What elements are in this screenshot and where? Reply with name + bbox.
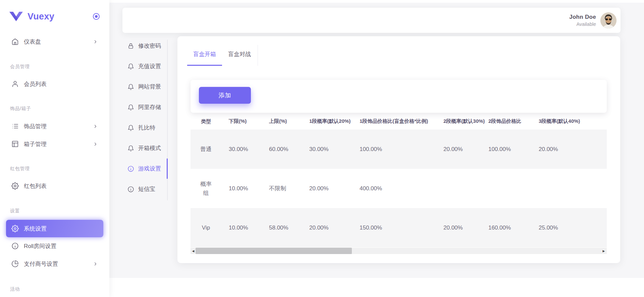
cell-type: 普通 (191, 145, 221, 154)
horizontal-scrollbar[interactable]: ◀ ▶ (191, 248, 607, 254)
info-icon (127, 186, 134, 193)
sidebar-section-settings: 设置 (10, 208, 20, 214)
column-header-stage1-price-ratio: 1段饰品价格比(盲盒价格*比例) (352, 118, 436, 125)
home-icon (11, 38, 19, 45)
column-header-lower-limit: 下限(%) (221, 118, 262, 125)
cell-lower-limit: 30.00% (221, 146, 262, 153)
avatar[interactable] (600, 12, 616, 29)
bell-icon (127, 125, 134, 131)
submenu-label: 短信宝 (138, 185, 155, 193)
cell-stage1-price-ratio: 400.00% (352, 185, 436, 192)
sidebar-pin-toggle-icon[interactable] (92, 12, 100, 20)
table-row: 普通 30.00% 60.00% 30.00% 100.00% 20.00% 1… (191, 130, 607, 169)
gear-icon (11, 225, 19, 232)
column-header-stage1-prob: 1段概率(默认20%) (302, 118, 352, 125)
sidebar-item-dashboard[interactable]: 仪表盘 (6, 33, 103, 50)
pie-chart-icon (11, 260, 19, 267)
submenu-label: 扎比特 (138, 124, 155, 132)
sidebar-section-items-boxes: 饰品/箱子 (10, 106, 31, 111)
sidebar-item-system-settings[interactable]: 系统设置 (6, 220, 103, 237)
submenu-label: 修改密码 (138, 42, 161, 50)
submenu-label: 游戏设置 (138, 165, 161, 172)
submenu-label: 网站背景 (138, 83, 161, 91)
user-icon (11, 80, 19, 88)
gear-icon (11, 182, 19, 190)
sidebar-item-payment-merchant-settings[interactable]: 支付商号设置 (6, 255, 103, 273)
column-header-stage3-prob: 3段概率(默认40%) (531, 118, 607, 125)
cell-lower-limit: 10.00% (221, 225, 262, 231)
cell-stage2-prob: 20.00% (436, 146, 481, 153)
cell-stage1-price-ratio: 100.00% (352, 146, 436, 153)
lock-icon (127, 43, 134, 49)
sidebar-section-red-packet: 红包管理 (10, 166, 30, 171)
scrollbar-thumb[interactable] (196, 248, 352, 254)
sidebar-item-roll-room-settings[interactable]: Roll房间设置 (6, 237, 103, 255)
sidebar-item-label: 箱子管理 (24, 140, 47, 148)
sidebar-item-red-packet-list[interactable]: 红包列表 (6, 177, 103, 195)
avatar-image (600, 12, 616, 29)
chevron-right-icon (93, 142, 98, 147)
column-header-upper-limit: 上限(%) (262, 118, 302, 125)
user-status: Available (569, 21, 596, 27)
submenu-label: 充值设置 (138, 62, 161, 70)
column-header-stage2-prob: 2段概率(默认30%) (436, 118, 481, 125)
column-header-type: 类型 (191, 117, 221, 126)
table-row: 概率组 10.00% 不限制 20.00% 400.00% (191, 169, 607, 208)
table-row: Vip 10.00% 58.00% 20.00% 150.00% 20.00% … (191, 208, 607, 247)
sidebar-section-members: 会员管理 (10, 64, 30, 69)
cell-upper-limit: 60.00% (262, 146, 302, 153)
app-root: Vuexy 仪表盘 会员管理 会员列表 饰品/箱子 饰品管理 箱子管理 红包管理 (0, 0, 644, 297)
brand[interactable]: Vuexy (9, 9, 100, 24)
list-icon (11, 122, 19, 130)
user-menu[interactable]: John Doe Available (569, 12, 616, 29)
tab-bar: 盲盒开箱 盲盒对战 (187, 36, 257, 66)
submenu-label: 开箱模式 (138, 144, 161, 152)
tab-blind-box-open[interactable]: 盲盒开箱 (187, 36, 222, 66)
sidebar-item-box-management[interactable]: 箱子管理 (6, 135, 103, 153)
sidebar-item-member-list[interactable]: 会员列表 (6, 75, 103, 93)
cell-type: 概率组 (191, 180, 221, 198)
table-toolbar: 添加 (191, 80, 607, 113)
submenu-label: 阿里存储 (138, 103, 161, 111)
chevron-right-icon (93, 261, 98, 266)
cell-stage1-prob: 20.00% (302, 185, 352, 192)
sidebar-item-label: 饰品管理 (24, 122, 47, 130)
layout-icon (11, 140, 19, 148)
cell-stage2-prob: 20.00% (436, 225, 481, 231)
bell-icon (127, 104, 134, 111)
sidebar-item-label: 红包列表 (24, 182, 47, 190)
sidebar: Vuexy 仪表盘 会员管理 会员列表 饰品/箱子 饰品管理 箱子管理 红包管理 (0, 0, 109, 297)
scroll-left-arrow-icon[interactable]: ◀ (191, 248, 196, 254)
cell-stage1-prob: 20.00% (302, 225, 352, 231)
cell-stage1-price-ratio: 150.00% (352, 225, 436, 231)
main-area: John Doe Available (109, 0, 644, 297)
scroll-right-arrow-icon[interactable]: ▶ (601, 248, 606, 254)
sidebar-item-label: Roll房间设置 (24, 242, 56, 250)
sidebar-item-label: 会员列表 (24, 80, 47, 88)
sidebar-item-label: 系统设置 (24, 225, 47, 233)
content-card: 盲盒开箱 盲盒对战 添加 类型 下限(%) 上限(%) 1段概率(默认20%) … (177, 36, 620, 263)
cell-stage2-price-ratio: 100.00% (481, 146, 531, 153)
sidebar-item-item-management[interactable]: 饰品管理 (6, 117, 103, 135)
cell-stage3-prob: 25.00% (531, 225, 607, 231)
sidebar-section-activity: 活动 (10, 286, 20, 292)
bell-icon (127, 145, 134, 152)
vuexy-logo-icon (9, 11, 23, 21)
info-icon (11, 242, 19, 250)
bell-icon (127, 84, 134, 90)
table-panel: 添加 类型 下限(%) 上限(%) 1段概率(默认20%) 1段饰品价格比(盲盒… (191, 80, 607, 254)
topbar: John Doe Available (122, 8, 621, 33)
brand-name: Vuexy (28, 11, 54, 22)
cell-lower-limit: 10.00% (221, 185, 262, 192)
settings-table: 类型 下限(%) 上限(%) 1段概率(默认20%) 1段饰品价格比(盲盒价格*… (191, 113, 607, 254)
table-header-row: 类型 下限(%) 上限(%) 1段概率(默认20%) 1段饰品价格比(盲盒价格*… (191, 113, 607, 130)
chevron-right-icon (93, 124, 98, 129)
cell-upper-limit: 不限制 (262, 185, 302, 192)
cell-type: Vip (191, 223, 221, 232)
cell-stage1-prob: 30.00% (302, 146, 352, 153)
cell-upper-limit: 58.00% (262, 225, 302, 231)
add-button[interactable]: 添加 (199, 87, 251, 104)
chevron-right-icon (93, 39, 98, 44)
tab-blind-box-battle[interactable]: 盲盒对战 (222, 36, 257, 66)
tab-bar-divider (258, 45, 258, 66)
